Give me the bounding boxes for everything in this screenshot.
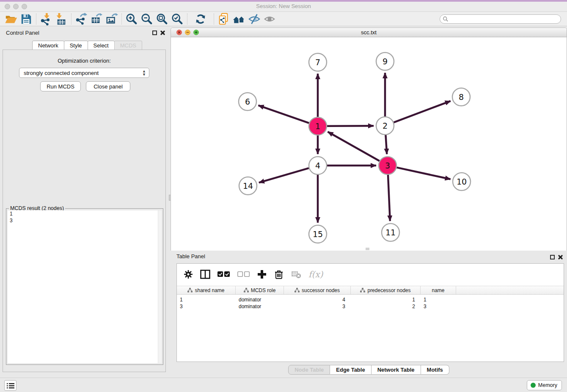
- graph-edge-4-14[interactable]: [259, 168, 309, 182]
- table-cell[interactable]: dominator: [236, 296, 284, 303]
- column-header-label: successor nodes: [302, 287, 340, 293]
- column-header-MCDS-role[interactable]: MCDS role: [236, 286, 284, 294]
- graph-edge-3-11[interactable]: [388, 175, 390, 221]
- toolbar-separator: [71, 14, 72, 25]
- table-cell[interactable]: 1: [421, 296, 456, 303]
- graph-node-label-15: 15: [313, 229, 323, 239]
- panel-list-button[interactable]: [4, 380, 17, 391]
- network-canvas[interactable]: 7968124314101511: [171, 37, 567, 251]
- hide-graphics-details-button[interactable]: [247, 12, 262, 26]
- tab-edge-table[interactable]: Edge Table: [330, 365, 371, 375]
- result-scrollbar[interactable]: [158, 210, 162, 363]
- column-header-label: MCDS role: [251, 287, 276, 293]
- refresh-view-button[interactable]: [193, 12, 208, 26]
- import-network-button[interactable]: [39, 12, 54, 26]
- table-panel: Table Panel: [171, 252, 567, 378]
- zoom-out-button[interactable]: [139, 12, 154, 26]
- zoom-fit-icon: [156, 13, 168, 25]
- delete-table-button[interactable]: [291, 270, 301, 279]
- show-graphics-details-button[interactable]: [262, 12, 277, 26]
- graph-edge-1-2[interactable]: [327, 126, 374, 126]
- table-cell[interactable]: 4: [284, 296, 351, 303]
- table-cell[interactable]: dominator: [236, 303, 284, 310]
- table-header-row[interactable]: shared nameMCDS rolesuccessor nodesprede…: [177, 286, 564, 295]
- table-cell[interactable]: 3: [177, 303, 236, 310]
- table-panel-title: Table Panel: [176, 253, 205, 259]
- function-builder-button[interactable]: f(x): [308, 269, 323, 279]
- search-box[interactable]: [440, 14, 561, 24]
- column-header-shared-name[interactable]: shared name: [177, 286, 236, 294]
- float-panel-icon[interactable]: [152, 30, 157, 35]
- export-image-button[interactable]: [104, 12, 119, 26]
- open-session-button[interactable]: [3, 12, 19, 26]
- first-neighbors-button[interactable]: [231, 12, 247, 26]
- graph-node-label-8: 8: [459, 92, 464, 102]
- tree-column-icon: [187, 288, 193, 293]
- trash-icon: [274, 269, 284, 279]
- zoom-fit-button[interactable]: [154, 12, 170, 26]
- eye-icon: [263, 13, 276, 25]
- show-hide-columns-button[interactable]: [200, 270, 210, 279]
- column-header-successor-nodes[interactable]: successor nodes: [284, 286, 351, 294]
- window-title: Session: New Session: [0, 3, 567, 9]
- tab-node-table[interactable]: Node Table: [288, 365, 330, 375]
- tree-column-icon: [244, 288, 249, 293]
- table-row[interactable]: 1dominator411: [177, 296, 564, 303]
- new-network-from-selection-button[interactable]: [216, 12, 231, 26]
- toolbar-separator: [121, 14, 122, 25]
- mcds-result-textarea[interactable]: 1 3: [8, 210, 162, 363]
- graph-edge-3-10[interactable]: [396, 168, 450, 179]
- import-table-button[interactable]: [54, 12, 69, 26]
- main-titlebar[interactable]: Session: New Session: [0, 2, 567, 12]
- list-icon: [7, 383, 14, 389]
- network-graph[interactable]: 7968124314101511: [171, 37, 567, 251]
- export-table-button[interactable]: [89, 12, 104, 26]
- column-header-name[interactable]: name: [421, 286, 456, 294]
- select-all-button[interactable]: [217, 271, 230, 277]
- graph-node-label-2: 2: [383, 121, 388, 130]
- export-image-icon: [105, 13, 118, 25]
- table-cell[interactable]: 3: [284, 303, 351, 310]
- table-mode-button[interactable]: [184, 270, 193, 279]
- export-network-button[interactable]: [74, 12, 89, 26]
- graph-edge-1-6[interactable]: [258, 105, 309, 123]
- deselect-all-button[interactable]: [237, 271, 250, 277]
- table-cell[interactable]: 1: [351, 296, 421, 303]
- graph-node-label-10: 10: [457, 177, 467, 186]
- zoom-in-button[interactable]: [124, 12, 139, 26]
- column-header-label: shared name: [195, 287, 224, 293]
- close-panel-icon[interactable]: [558, 254, 563, 260]
- eye-slash-icon: [248, 13, 261, 25]
- zoom-in-icon: [125, 13, 138, 25]
- criterion-dropdown[interactable]: strongly connected component ▲▼: [19, 68, 149, 78]
- table-row[interactable]: 3dominator323: [177, 303, 564, 310]
- search-input[interactable]: [450, 16, 561, 22]
- import-network-icon: [40, 13, 52, 25]
- graph-edge-3-1[interactable]: [328, 132, 380, 161]
- network-titlebar[interactable]: scc.txt: [171, 28, 567, 37]
- memory-button[interactable]: Memory: [527, 380, 562, 390]
- zoom-selected-button[interactable]: [170, 12, 185, 26]
- run-mcds-button[interactable]: Run MCDS: [40, 81, 81, 91]
- create-column-button[interactable]: [257, 270, 267, 279]
- tab-motifs[interactable]: Motifs: [421, 365, 449, 375]
- toolbar-separator: [187, 14, 187, 25]
- memory-label: Memory: [538, 382, 557, 388]
- canvas-scrollbar-thumb[interactable]: [366, 248, 369, 250]
- graph-node-label-3: 3: [385, 161, 390, 170]
- column-header-predecessor-nodes[interactable]: predecessor nodes: [351, 286, 421, 294]
- dropdown-stepper-icon: ▲▼: [142, 69, 146, 76]
- delete-columns-button[interactable]: [274, 269, 284, 279]
- graph-edge-2-3[interactable]: [385, 135, 387, 154]
- save-session-button[interactable]: [19, 12, 34, 26]
- table-cell[interactable]: 2: [351, 303, 421, 310]
- column-header-label: name: [432, 287, 444, 293]
- close-panel-icon[interactable]: [160, 30, 165, 36]
- table-cell[interactable]: 1: [177, 296, 236, 303]
- graph-edge-2-8[interactable]: [394, 101, 451, 123]
- tab-network-table[interactable]: Network Table: [372, 365, 421, 375]
- close-panel-button[interactable]: Close panel: [86, 81, 130, 91]
- table-cell[interactable]: 3: [421, 303, 456, 310]
- float-panel-icon[interactable]: [550, 255, 555, 259]
- memory-status-icon: [531, 383, 536, 388]
